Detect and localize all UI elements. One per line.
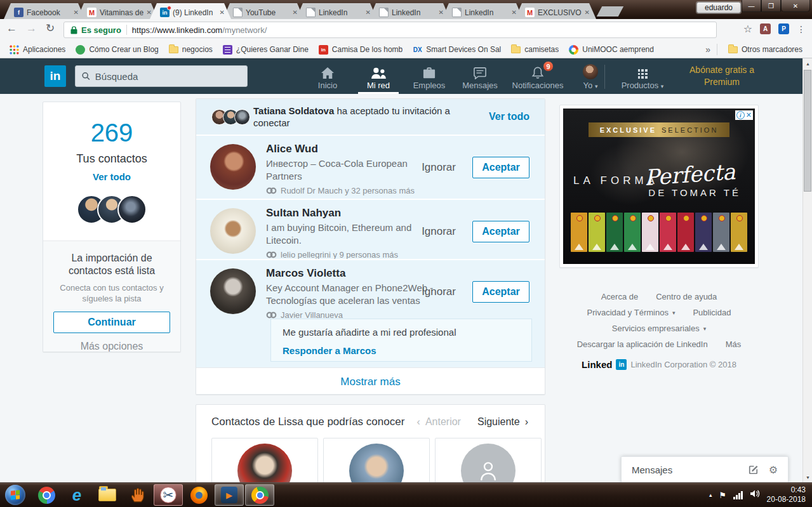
maximize-button[interactable]: ❐ — [761, 0, 781, 12]
accept-button[interactable]: Aceptar — [472, 281, 529, 303]
tray-show-hidden-icon[interactable]: ▴ — [709, 492, 712, 498]
bookmark-ganar-dinero[interactable]: ¿Quieres Ganar Dine — [218, 43, 313, 56]
tab-linkedin-3[interactable]: LinkedIn ✕ — [369, 3, 450, 19]
search-input[interactable] — [95, 71, 241, 82]
tab-close-icon[interactable]: ✕ — [512, 9, 517, 16]
bookmark-camisa[interactable]: in Camisa De los homb — [314, 43, 407, 56]
pymk-profile-card[interactable] — [323, 438, 430, 486]
invitee-name[interactable]: Marcos Violetta — [266, 267, 436, 280]
scrollbar-thumb[interactable] — [804, 70, 811, 192]
taskbar-chrome-active-icon[interactable] — [245, 484, 274, 506]
footer-business-link[interactable]: Servicios empresariales▾ — [612, 324, 707, 333]
tab-close-icon[interactable]: ✕ — [293, 9, 298, 16]
start-button[interactable] — [5, 485, 25, 505]
avatar[interactable] — [210, 208, 256, 254]
pymk-profile-card[interactable] — [435, 438, 542, 486]
scroll-up-arrow[interactable]: ▲ — [803, 58, 812, 69]
messaging-settings-gear-icon[interactable]: ⚙ — [769, 464, 778, 476]
browser-menu-icon[interactable]: ⋮ — [797, 24, 806, 34]
p-extension-icon[interactable]: P — [778, 23, 789, 34]
taskbar-clock[interactable]: 0:43 20-08-2018 — [767, 485, 806, 504]
ignore-button[interactable]: Ignorar — [422, 225, 456, 238]
ad-close-icon[interactable]: ✕ — [746, 111, 752, 119]
action-center-flag-icon[interactable]: ⚑ — [719, 491, 726, 500]
compose-message-icon[interactable] — [748, 464, 759, 475]
continue-button[interactable]: Continuar — [53, 312, 170, 333]
taskbar-explorer-icon[interactable] — [93, 484, 122, 506]
nav-item-mensajes[interactable]: Mensajes — [455, 58, 505, 94]
scroll-down-arrow[interactable]: ▼ — [803, 472, 812, 482]
accept-button[interactable]: Aceptar — [472, 157, 529, 178]
tab-linkedin-4[interactable]: LinkedIn ✕ — [442, 3, 523, 19]
see-all-link[interactable]: Ver todo — [43, 171, 180, 182]
tab-youtube[interactable]: YouTube ✕ — [223, 3, 304, 19]
footer-privacy-link[interactable]: Privacidad y Términos▾ — [587, 308, 676, 317]
bookmark-blog[interactable]: Cómo Crear un Blog — [71, 43, 163, 56]
search-box[interactable] — [75, 65, 248, 87]
tab-gmail-exclusivo[interactable]: M EXCLUSIVO: T ✕ — [515, 3, 596, 19]
bookmark-aplicaciones[interactable]: Aplicaciones — [5, 43, 70, 56]
taskbar-chrome-icon[interactable] — [32, 484, 61, 506]
taskbar-snipping-tool-icon[interactable]: ✂ — [154, 484, 183, 506]
invitee-name[interactable]: Alice Wud — [266, 143, 436, 155]
footer-about-link[interactable]: Acerca de — [601, 292, 639, 301]
address-bar[interactable]: Es seguro https://www.linkedin.com/mynet… — [63, 22, 717, 38]
volume-icon[interactable] — [750, 489, 760, 501]
ignore-button[interactable]: Ignorar — [422, 161, 456, 174]
security-indicator[interactable]: Es seguro — [70, 25, 121, 35]
nav-item-notificaciones[interactable]: 9 Notificaciones — [505, 58, 570, 94]
avatar[interactable] — [210, 144, 256, 190]
messaging-panel[interactable]: Mensajes ⚙ — [621, 456, 789, 482]
accept-button[interactable]: Aceptar — [472, 221, 529, 242]
tab-facebook[interactable]: f Facebook ✕ — [4, 3, 85, 19]
pdf-extension-icon[interactable]: A — [760, 23, 771, 34]
premium-upsell-link[interactable]: Abónate gratis a Premium — [674, 64, 769, 88]
minimize-button[interactable]: — — [742, 0, 761, 12]
tab-close-icon[interactable]: ✕ — [439, 9, 444, 16]
tab-gmail-vitaminas[interactable]: M Vitaminas de ✕ — [77, 3, 158, 19]
reload-icon[interactable]: ↻ — [46, 22, 55, 35]
reply-link[interactable]: Responder a Marcos — [283, 345, 520, 356]
bookmarks-overflow-icon[interactable]: » — [705, 44, 710, 55]
taskbar-firefox-icon[interactable] — [184, 484, 213, 506]
nav-item-empleos[interactable]: Empleos — [404, 58, 455, 94]
other-bookmarks[interactable]: Otros marcadores — [724, 43, 807, 56]
tab-close-icon[interactable]: ✕ — [74, 9, 79, 16]
bookmark-unimooc[interactable]: UniMOOC aemprend — [564, 43, 658, 56]
browser-profile-button[interactable]: eduardo — [696, 2, 741, 13]
tea-advertisement[interactable]: i ✕ EXCLUSIVESELECTION LA FORMA Perfecta… — [563, 109, 755, 264]
tab-close-icon[interactable]: ✕ — [147, 9, 152, 16]
close-button[interactable]: ✕ — [781, 0, 810, 12]
tab-linkedin-active[interactable]: in (9) LinkedIn ✕ — [150, 3, 231, 19]
pymk-profile-card[interactable] — [211, 438, 318, 486]
taskbar-ie-icon[interactable]: e — [62, 484, 91, 506]
avatar[interactable] — [210, 268, 256, 314]
footer-more-link[interactable]: Más — [726, 339, 742, 349]
page-scrollbar[interactable]: ▲ ▼ — [802, 58, 812, 482]
show-more-button[interactable]: Mostrar más — [196, 367, 545, 395]
bookmark-smart-devices[interactable]: DX Smart Devices On Sal — [408, 43, 505, 56]
previous-button[interactable]: ‹Anterior — [417, 416, 461, 428]
nav-item-inicio[interactable]: Inicio — [302, 58, 353, 94]
bookmark-star-icon[interactable]: ☆ — [743, 23, 752, 35]
footer-help-link[interactable]: Centro de ayuda — [656, 292, 717, 301]
network-signal-icon[interactable] — [733, 491, 743, 499]
taskbar-hand-app-icon[interactable] — [123, 484, 152, 506]
tab-close-icon[interactable]: ✕ — [220, 9, 225, 16]
bookmark-negocios[interactable]: negocios — [164, 43, 217, 56]
see-all-invitations-link[interactable]: Ver todo — [489, 111, 529, 122]
new-tab-button[interactable] — [597, 6, 624, 16]
tab-linkedin-2[interactable]: LinkedIn ✕ — [296, 3, 377, 19]
footer-advertising-link[interactable]: Publicidad — [693, 308, 731, 317]
taskbar-media-player-icon[interactable]: ▶ — [215, 484, 244, 506]
back-icon[interactable]: ← — [6, 22, 17, 35]
nav-item-mi-red[interactable]: Mi red — [353, 58, 404, 94]
next-button[interactable]: Siguiente› — [477, 416, 528, 428]
forward-icon[interactable]: → — [26, 22, 37, 35]
tab-close-icon[interactable]: ✕ — [366, 9, 371, 16]
linkedin-logo[interactable]: in — [44, 65, 66, 87]
footer-download-link[interactable]: Descargar la aplicación de LinkedIn — [577, 339, 708, 349]
invitee-name[interactable]: Sultan Nahyan — [266, 207, 436, 220]
bookmark-camisetas[interactable]: camisetas — [507, 43, 563, 56]
nav-item-productos[interactable]: Productos ▾ — [611, 58, 674, 94]
